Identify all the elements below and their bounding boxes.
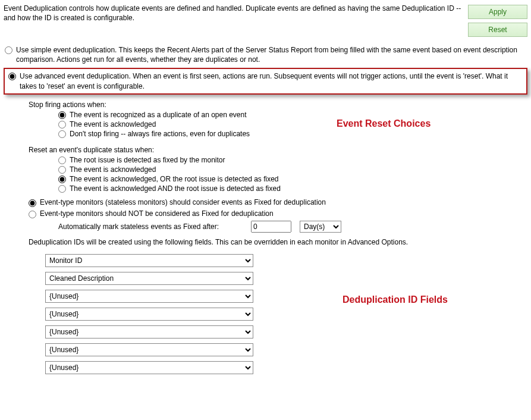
stop-opt2-label: The event is acknowledged	[70, 120, 156, 128]
dedup-field-6[interactable]: {Unused}	[45, 343, 253, 356]
reset-opt1-label: The root issue is detected as fixed by t…	[70, 156, 225, 164]
stop-opt3-label: Don't stop firing -- always fire actions…	[70, 130, 250, 138]
dedup-field-1[interactable]: Monitor ID	[45, 254, 253, 267]
mode-simple-label: Use simple event deduplication. This kee…	[16, 45, 522, 64]
mode-advanced-radio[interactable]	[8, 73, 16, 80]
dedup-id-paragraph: Deduplication IDs will be created using …	[29, 237, 504, 247]
etype-opt1-radio[interactable]	[29, 199, 36, 207]
mode-simple-radio[interactable]	[5, 46, 12, 54]
etype-opt1-label: Event-type monitors (stateless monitors)…	[40, 198, 326, 206]
dedup-field-4[interactable]: {Unused}	[45, 308, 253, 321]
dedup-field-3[interactable]: {Unused}	[45, 290, 253, 303]
reset-button[interactable]: Reset	[468, 23, 527, 37]
mode-advanced-highlight: Use advanced event deduplication. When a…	[4, 68, 527, 94]
stateless-label: Automatically mark stateless events as F…	[58, 222, 243, 231]
dedup-field-5[interactable]: {Unused}	[45, 325, 253, 338]
mode-advanced-label: Use advanced event deduplication. When a…	[20, 71, 523, 90]
dedup-field-7[interactable]: {Unused}	[45, 361, 253, 374]
reset-opt3-label: The event is acknowledged, OR the root i…	[70, 175, 279, 183]
reset-opt2-radio[interactable]	[58, 166, 66, 174]
reset-opt4-radio[interactable]	[58, 185, 66, 193]
apply-button[interactable]: Apply	[468, 5, 527, 19]
callout-event-reset: Event Reset Choices	[337, 118, 431, 129]
stateless-unit-select[interactable]: Day(s)	[300, 221, 341, 233]
stop-heading: Stop firing actions when:	[29, 101, 527, 109]
reset-opt1-radio[interactable]	[58, 156, 66, 164]
dedup-field-2[interactable]: Cleaned Description	[45, 272, 253, 285]
intro-text: Event Deduplication controls how duplica…	[4, 4, 468, 23]
stop-opt1-radio[interactable]	[58, 111, 66, 119]
stop-opt2-radio[interactable]	[58, 121, 66, 128]
reset-opt4-label: The event is acknowledged AND the root i…	[70, 184, 281, 193]
reset-opt2-label: The event is acknowledged	[70, 165, 156, 174]
reset-opt3-radio[interactable]	[58, 175, 66, 183]
stop-opt3-radio[interactable]	[58, 130, 66, 138]
callout-dedup-fields: Deduplication ID Fields	[343, 294, 448, 305]
stateless-value-input[interactable]	[251, 221, 291, 233]
etype-opt2-radio[interactable]	[29, 211, 36, 218]
stop-opt1-label: The event is recognized as a duplicate o…	[70, 111, 247, 119]
reset-heading: Reset an event's duplicate status when:	[29, 146, 527, 154]
etype-opt2-label: Event-type monitors should NOT be consid…	[40, 209, 274, 218]
